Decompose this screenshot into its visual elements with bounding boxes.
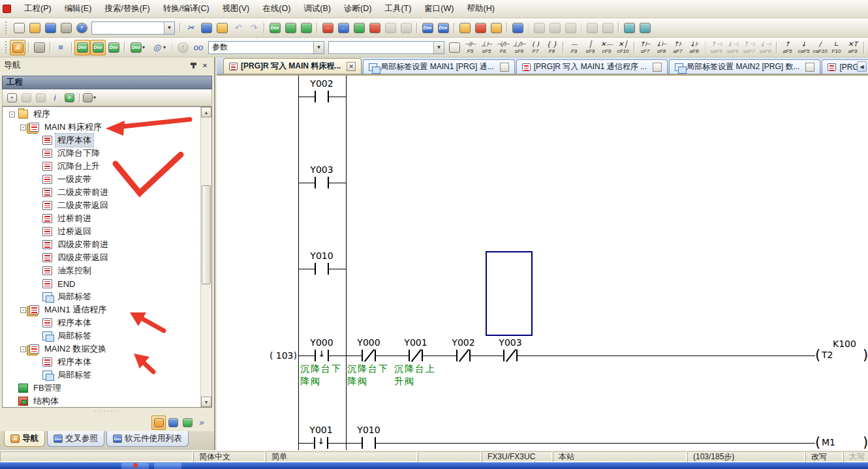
menu-item[interactable]: 视图(V) xyxy=(216,1,256,17)
menu-item[interactable]: 编辑(E) xyxy=(58,1,99,17)
expander-icon[interactable]: - xyxy=(9,112,15,117)
chevron-down-icon[interactable]: ▼ xyxy=(313,42,324,53)
capture-button[interactable] xyxy=(180,416,194,430)
device-list-button[interactable]: Dev xyxy=(90,40,106,55)
menu-item[interactable]: 工具(T) xyxy=(378,1,418,17)
menu-item[interactable]: 在线(O) xyxy=(256,1,297,17)
more-button[interactable]: » xyxy=(194,416,209,430)
ladder-symbol-button[interactable]: ↓caF5 xyxy=(796,39,812,56)
new-button[interactable] xyxy=(11,20,27,36)
nav-panel-tab[interactable]: Dev 软元件使用列表 xyxy=(106,431,189,447)
chevron-down-icon[interactable]: ▼ xyxy=(433,42,444,53)
menu-item[interactable]: 搜索/替换(F) xyxy=(98,1,156,17)
ladder-symbol-button[interactable]: ✕│cF10 xyxy=(615,39,631,56)
document-tab[interactable]: 局部标签设置 MAIN1 [PRG] 通... xyxy=(363,59,514,74)
tree-item[interactable]: - MAIN 料床程序 xyxy=(3,121,200,134)
sort-filter-button[interactable] xyxy=(82,91,97,105)
device-find-button[interactable]: Dev xyxy=(267,20,283,36)
chevron-down-icon[interactable]: ▼ xyxy=(164,22,174,34)
tree-item[interactable]: 程序本体 xyxy=(3,316,200,329)
find-combo[interactable]: ▼ xyxy=(328,41,444,54)
monitor-gray1-button[interactable] xyxy=(382,20,398,36)
device-monitor-button[interactable] xyxy=(283,20,298,36)
device-start-button[interactable]: Dev xyxy=(420,20,435,36)
note-button[interactable] xyxy=(563,20,578,36)
tab-scroll-left-icon[interactable]: ◀ xyxy=(857,61,867,72)
ladder-symbol-button[interactable]: ✕TaF9 xyxy=(845,39,861,56)
ladder-symbol-button[interactable]: ↓⊣saF8 xyxy=(757,39,773,56)
help-button[interactable]: ? xyxy=(74,20,89,36)
tree-item[interactable]: 一级皮带 xyxy=(3,173,200,186)
comment-button[interactable] xyxy=(531,20,547,36)
verify-green-button[interactable] xyxy=(351,20,367,36)
open-button[interactable] xyxy=(27,20,42,36)
document-tab[interactable]: [PRG]R 写入 MAIN 料床程... ✕ xyxy=(223,58,362,74)
menu-item[interactable]: 转换/编译(C) xyxy=(157,1,216,17)
write-to-plc-button[interactable]: → xyxy=(320,20,335,36)
user-view-button[interactable] xyxy=(151,416,166,430)
ladder-canvas[interactable]: Y002 Y003 Y010 ( 103) xyxy=(217,74,868,450)
tree-item[interactable]: 局部标签 xyxy=(3,369,200,382)
tree-item[interactable]: 局部标签 xyxy=(3,290,200,303)
ladder-symbol-button[interactable]: { }F8 xyxy=(544,39,560,56)
scroll-down-icon[interactable]: ▼ xyxy=(201,397,211,407)
device-find2-button[interactable]: Dev xyxy=(74,40,90,55)
tree-item[interactable]: - MAIN1 通信程序 xyxy=(3,303,200,316)
tree-item[interactable]: 局部标签 xyxy=(3,329,200,342)
help2-button[interactable]: ? xyxy=(175,40,191,55)
pin-icon[interactable] xyxy=(188,61,198,70)
ladder-symbol-button[interactable]: ↑⊣saF5 xyxy=(708,39,724,56)
tree-item[interactable]: 二级皮带前进 xyxy=(3,186,200,199)
close-icon[interactable] xyxy=(653,63,662,72)
ladder-symbol-button[interactable]: ⊣⊢F5 xyxy=(462,39,478,56)
device-ref-button[interactable]: ◎ xyxy=(148,40,169,55)
monitor-mode-button[interactable] xyxy=(510,20,525,36)
menu-item[interactable]: 窗口(W) xyxy=(418,1,460,17)
copy-button[interactable] xyxy=(198,20,214,36)
close-icon[interactable]: ✕ xyxy=(200,61,210,70)
nav-panel-tab[interactable]: 品 导航 xyxy=(4,431,45,447)
ladder-symbol-button[interactable]: ✕—cF9 xyxy=(598,39,615,56)
ladder-symbol-button[interactable]: ↑⊦aF7 xyxy=(670,39,686,56)
paste-button[interactable] xyxy=(214,20,230,36)
ladder-symbol-button[interactable]: /caF10 xyxy=(812,39,828,56)
ladder-symbol-button[interactable]: │sF9 xyxy=(582,39,598,56)
tree-item[interactable]: 二级皮带返回 xyxy=(3,199,200,212)
new-data-button[interactable]: + xyxy=(5,91,19,105)
tree-item[interactable]: 过桥前进 xyxy=(3,212,200,225)
ladder-symbol-button[interactable]: ↑aF5 xyxy=(779,39,796,56)
tree-item[interactable]: 程序本体 xyxy=(3,134,200,147)
tree-item[interactable]: 过桥返回 xyxy=(3,225,200,238)
ladder-symbol-button[interactable]: ↓⊣saF6 xyxy=(724,39,741,56)
copy-data-button[interactable] xyxy=(19,91,33,105)
inline-st1-button[interactable] xyxy=(621,20,637,36)
tree-item[interactable]: 四级皮带前进 xyxy=(3,238,200,251)
expander-icon[interactable]: - xyxy=(20,307,26,313)
ladder-symbol-button[interactable]: ∟F10 xyxy=(828,39,845,56)
scroll-up-icon[interactable]: ▲ xyxy=(201,107,211,117)
tree-item[interactable]: 四级皮带返回 xyxy=(3,251,200,264)
close-icon[interactable] xyxy=(500,63,509,72)
nav-panel-tab[interactable]: Dev 交叉参照 xyxy=(47,431,104,447)
document-tab[interactable]: 局部标签设置 MAIN2 [PRG] 数... xyxy=(669,59,820,74)
data-select-combo[interactable]: 参数 ▼ xyxy=(208,41,324,54)
navigation-toggle-button[interactable]: 品 xyxy=(10,40,25,55)
scrollbar-thumb[interactable] xyxy=(202,185,211,284)
device-batch-button[interactable]: Dev xyxy=(106,40,121,55)
new-window-button[interactable] xyxy=(446,40,462,55)
ladder-symbol-button[interactable]: ⊥⊢sF5 xyxy=(478,39,495,56)
tree-item[interactable]: END xyxy=(3,277,200,290)
save-button[interactable] xyxy=(42,20,58,36)
redo-button[interactable]: ↷ xyxy=(245,20,261,36)
menu-item[interactable]: 诊断(D) xyxy=(337,1,378,17)
ladder-symbol-button[interactable]: ↓⊦aF8 xyxy=(686,39,702,56)
inline-st2-button[interactable] xyxy=(637,20,653,36)
project-combo[interactable]: ▼ xyxy=(91,22,175,35)
menu-item[interactable]: 帮助(H) xyxy=(460,1,501,17)
tree-item[interactable]: 油泵控制 xyxy=(3,264,200,277)
program-transfer-button[interactable] xyxy=(473,20,488,36)
ladder-symbol-button[interactable]: ↑⊣saF7 xyxy=(741,39,757,56)
ladder-symbol-button[interactable]: ⊣/⊢F6 xyxy=(495,39,511,56)
refresh-button[interactable]: ↻ xyxy=(62,91,76,105)
tree-item[interactable]: 沉降台下降 xyxy=(3,147,200,160)
